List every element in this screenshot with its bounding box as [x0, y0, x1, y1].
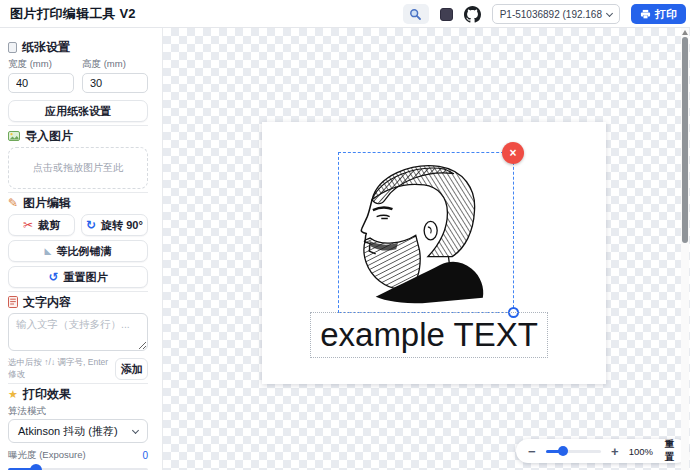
app-header: 图片打印编辑工具 V2 P1-51036892 (192.168 打印 [0, 0, 690, 28]
dropzone-label: 点击或拖放图片至此 [33, 161, 123, 175]
image-edit-section-title: ✎ 图片编辑 [8, 196, 148, 210]
reset-image-icon: ↺ [48, 271, 58, 283]
theme-square-icon[interactable] [440, 8, 453, 21]
image-selection-box[interactable]: × [338, 152, 514, 313]
paper-size-labels: 宽度 (mm) 高度 (mm) [8, 58, 148, 70]
text-input-area[interactable] [8, 313, 148, 351]
edit-button-row: ✂ 裁剪 ↻ 旋转 90° [8, 214, 148, 236]
text-hint-row: 选中后按 ↑/↓ 调字号, Enter 修改 添加 [8, 358, 148, 380]
add-text-label: 添加 [121, 363, 143, 375]
printer-icon [640, 9, 651, 20]
zoom-out-button[interactable]: − [526, 445, 538, 458]
scissors-icon: ✂ [23, 219, 33, 231]
divider [8, 125, 148, 126]
print-effect-section-title: ★ 打印效果 [8, 387, 148, 401]
algorithm-label: 算法模式 [8, 405, 148, 417]
import-section-title: 导入图片 [8, 129, 148, 143]
zoom-toolbar: − + 100% 重置 [516, 439, 688, 463]
sidebar-scrollbar[interactable] [681, 28, 689, 470]
search-button[interactable] [403, 4, 429, 24]
sparkles-icon: ★ [8, 389, 18, 400]
header-actions: P1-51036892 (192.168 打印 [403, 0, 686, 28]
width-input[interactable] [8, 73, 74, 93]
height-label: 高度 (mm) [82, 58, 148, 70]
print-button[interactable]: 打印 [631, 4, 686, 24]
zoom-in-button[interactable]: + [609, 445, 621, 458]
sidebar: 纸张设置 宽度 (mm) 高度 (mm) 应用纸张设置 导入图片 点击或拖放图片… [0, 28, 163, 470]
rotate-90-button[interactable]: ↻ 旋转 90° [81, 214, 148, 236]
zoom-slider-thumb[interactable] [558, 446, 568, 456]
picture-icon [8, 131, 20, 141]
app-title: 图片打印编辑工具 V2 [10, 5, 136, 23]
github-icon[interactable] [464, 6, 481, 23]
canvas-workspace[interactable]: × example TEXT − + 100% 重置 [163, 28, 690, 470]
algorithm-value: Atkinson 抖动 (推荐) [18, 424, 118, 439]
memo-icon [8, 296, 18, 308]
fit-label: 等比例铺满 [56, 244, 111, 259]
apply-paper-label: 应用纸张设置 [45, 104, 111, 119]
print-button-label: 打印 [655, 7, 677, 22]
text-content-title-label: 文字内容 [23, 294, 71, 311]
exposure-row: 曝光度 (Exposure) 0 [8, 449, 148, 461]
exposure-slider-thumb[interactable] [30, 464, 42, 470]
reset-image-label: 重置图片 [64, 270, 108, 285]
imported-portrait-image[interactable] [344, 156, 508, 308]
fit-proportional-button[interactable]: ◣ 等比例铺满 [8, 240, 148, 262]
scrollbar-up-arrow-icon[interactable] [682, 30, 688, 35]
image-dropzone[interactable]: 点击或拖放图片至此 [8, 147, 148, 189]
width-label: 宽度 (mm) [8, 58, 74, 70]
label-paper-canvas[interactable]: × example TEXT [262, 122, 606, 384]
divider [8, 383, 148, 384]
reset-image-button[interactable]: ↺ 重置图片 [8, 266, 148, 288]
apply-paper-button[interactable]: 应用纸张设置 [8, 100, 148, 122]
height-input[interactable] [82, 73, 148, 93]
printer-device-value: P1-51036892 (192.168 [500, 9, 602, 20]
crop-label: 裁剪 [38, 218, 60, 233]
crop-button[interactable]: ✂ 裁剪 [8, 214, 75, 236]
paper-icon [8, 42, 17, 53]
chevron-down-icon [132, 426, 139, 433]
triangle-fit-icon: ◣ [45, 247, 52, 256]
sidebar-scrollbar-thumb[interactable] [682, 37, 688, 243]
import-title-label: 导入图片 [25, 128, 73, 145]
paper-settings-section-title: 纸张设置 [8, 40, 148, 54]
rotate-icon: ↻ [86, 219, 96, 231]
divider [8, 291, 148, 292]
search-icon [409, 8, 422, 21]
pencil-icon: ✎ [8, 197, 18, 209]
delete-image-button[interactable]: × [502, 142, 524, 164]
rotate-label: 旋转 90° [101, 218, 143, 233]
chevron-down-icon [606, 9, 613, 16]
add-text-button[interactable]: 添加 [115, 358, 148, 380]
image-edit-title-label: 图片编辑 [23, 195, 71, 212]
exposure-slider[interactable] [8, 464, 148, 470]
canvas-text-item[interactable]: example TEXT [310, 312, 548, 358]
paper-size-inputs [8, 73, 148, 93]
zoom-slider[interactable] [546, 445, 602, 457]
algorithm-select[interactable]: Atkinson 抖动 (推荐) [8, 419, 148, 443]
text-hint: 选中后按 ↑/↓ 调字号, Enter 修改 [8, 357, 115, 381]
exposure-value: 0 [142, 450, 148, 461]
exposure-label: 曝光度 (Exposure) [8, 449, 86, 462]
paper-settings-title-label: 纸张设置 [22, 39, 70, 56]
zoom-level: 100% [629, 446, 653, 457]
text-content-section-title: 文字内容 [8, 295, 148, 309]
printer-device-select[interactable]: P1-51036892 (192.168 [492, 4, 620, 24]
zoom-reset-button[interactable]: 重置 [661, 438, 678, 464]
print-effect-title-label: 打印效果 [23, 386, 71, 403]
divider [8, 192, 148, 193]
